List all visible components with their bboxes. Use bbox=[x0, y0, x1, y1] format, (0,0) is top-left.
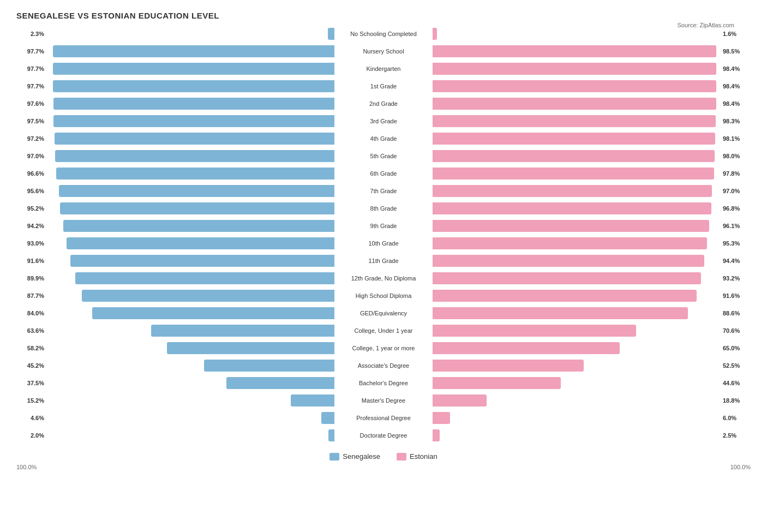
right-bar-container bbox=[433, 168, 721, 180]
bar-blue bbox=[151, 325, 334, 337]
right-bar-container bbox=[433, 115, 721, 127]
left-bar-container bbox=[46, 28, 334, 40]
axis-row: 100.0% 100.0% bbox=[16, 464, 751, 470]
left-val: 93.0% bbox=[16, 240, 46, 247]
bar-blue bbox=[53, 80, 334, 92]
center-label: 11th Grade bbox=[334, 257, 433, 265]
bar-pink bbox=[433, 28, 437, 40]
bar-row: 84.0% GED/Equivalency 88.6% bbox=[16, 305, 751, 321]
bar-row: 15.2% Master's Degree 18.8% bbox=[16, 392, 751, 409]
bar-row: 89.9% 12th Grade, No Diploma 93.2% bbox=[16, 270, 751, 286]
left-bar-container bbox=[46, 150, 334, 162]
right-bar-container bbox=[433, 377, 721, 389]
left-val: 91.6% bbox=[16, 258, 46, 264]
bar-row: 4.6% Professional Degree 6.0% bbox=[16, 410, 751, 426]
bar-pink bbox=[433, 394, 487, 407]
bar-row: 97.7% Nursery School 98.5% bbox=[16, 43, 751, 59]
bar-blue bbox=[55, 150, 334, 162]
right-bar-container bbox=[433, 342, 721, 354]
bar-row: 93.0% 10th Grade 95.3% bbox=[16, 235, 751, 252]
left-val: 97.7% bbox=[16, 83, 46, 89]
right-bar-container bbox=[433, 220, 721, 232]
center-label: 10th Grade bbox=[334, 240, 433, 247]
bar-blue bbox=[328, 429, 334, 441]
left-bar-container bbox=[46, 290, 334, 302]
bar-row: 87.7% High School Diploma 91.6% bbox=[16, 288, 751, 304]
bar-row: 58.2% College, 1 year or more 65.0% bbox=[16, 340, 751, 356]
left-val: 97.5% bbox=[16, 118, 46, 124]
center-label: 1st Grade bbox=[334, 82, 433, 90]
right-bar-container bbox=[433, 307, 721, 319]
bar-blue bbox=[53, 63, 334, 75]
right-val: 91.6% bbox=[721, 292, 751, 299]
bar-row: 91.6% 11th Grade 94.4% bbox=[16, 253, 751, 269]
bar-row: 97.7% Kindergarten 98.4% bbox=[16, 61, 751, 77]
bar-pink bbox=[433, 185, 712, 197]
right-val: 18.8% bbox=[721, 397, 751, 404]
bar-row: 2.0% Doctorate Degree 2.5% bbox=[16, 427, 751, 444]
left-bar-container bbox=[46, 255, 334, 267]
right-val: 97.0% bbox=[721, 188, 751, 194]
center-label: GED/Equivalency bbox=[334, 309, 433, 317]
left-bar-container bbox=[46, 360, 334, 372]
bar-pink bbox=[433, 272, 701, 284]
bar-blue bbox=[82, 290, 334, 302]
left-val: 15.2% bbox=[16, 397, 46, 404]
right-bar-container bbox=[433, 28, 721, 40]
right-bar-container bbox=[433, 290, 721, 302]
bar-blue bbox=[53, 115, 334, 127]
bar-pink bbox=[433, 63, 716, 75]
right-bar-container bbox=[433, 45, 721, 57]
center-label: College, 1 year or more bbox=[334, 344, 433, 352]
right-val: 70.6% bbox=[721, 327, 751, 334]
right-bar-container bbox=[433, 394, 721, 407]
center-label: 6th Grade bbox=[334, 170, 433, 177]
left-val: 89.9% bbox=[16, 275, 46, 282]
left-bar-container bbox=[46, 237, 334, 249]
bar-blue bbox=[328, 28, 334, 40]
bar-blue bbox=[56, 168, 334, 180]
left-val: 97.2% bbox=[16, 135, 46, 142]
bar-blue bbox=[291, 394, 334, 407]
left-val: 97.6% bbox=[16, 100, 46, 107]
right-bar-container bbox=[433, 272, 721, 284]
left-bar-container bbox=[46, 185, 334, 197]
bar-pink bbox=[433, 290, 697, 302]
center-label: Nursery School bbox=[334, 47, 433, 55]
left-bar-container bbox=[46, 98, 334, 110]
right-val: 2.5% bbox=[721, 432, 751, 439]
center-label: Master's Degree bbox=[334, 397, 433, 404]
right-val: 98.4% bbox=[721, 83, 751, 89]
left-bar-container bbox=[46, 412, 334, 424]
bar-row: 96.6% 6th Grade 97.8% bbox=[16, 165, 751, 182]
left-bar-container bbox=[46, 80, 334, 92]
bar-blue bbox=[226, 377, 334, 389]
bar-pink bbox=[433, 98, 716, 110]
left-bar-container bbox=[46, 377, 334, 389]
left-bar-container bbox=[46, 325, 334, 337]
left-bar-container bbox=[46, 168, 334, 180]
right-val: 93.2% bbox=[721, 275, 751, 282]
left-bar-container bbox=[46, 307, 334, 319]
left-val: 2.0% bbox=[16, 432, 46, 439]
legend: Senegalese Estonian bbox=[16, 452, 751, 461]
center-label: Associate's Degree bbox=[334, 362, 433, 369]
bar-row: 97.7% 1st Grade 98.4% bbox=[16, 78, 751, 94]
bar-pink bbox=[433, 80, 716, 92]
left-val: 87.7% bbox=[16, 292, 46, 299]
bar-pink bbox=[433, 412, 450, 424]
bar-blue bbox=[63, 220, 334, 232]
bar-pink bbox=[433, 115, 716, 127]
bar-blue bbox=[67, 237, 334, 249]
left-val: 63.6% bbox=[16, 327, 46, 334]
bar-row: 37.5% Bachelor's Degree 44.6% bbox=[16, 375, 751, 391]
bar-pink bbox=[433, 133, 715, 145]
legend-senegalese: Senegalese bbox=[329, 452, 380, 461]
left-val: 37.5% bbox=[16, 380, 46, 386]
right-val: 98.1% bbox=[721, 135, 751, 142]
right-val: 95.3% bbox=[721, 240, 751, 247]
right-val: 98.5% bbox=[721, 48, 751, 55]
right-val: 97.8% bbox=[721, 170, 751, 177]
bar-blue bbox=[75, 272, 334, 284]
left-val: 96.6% bbox=[16, 170, 46, 177]
